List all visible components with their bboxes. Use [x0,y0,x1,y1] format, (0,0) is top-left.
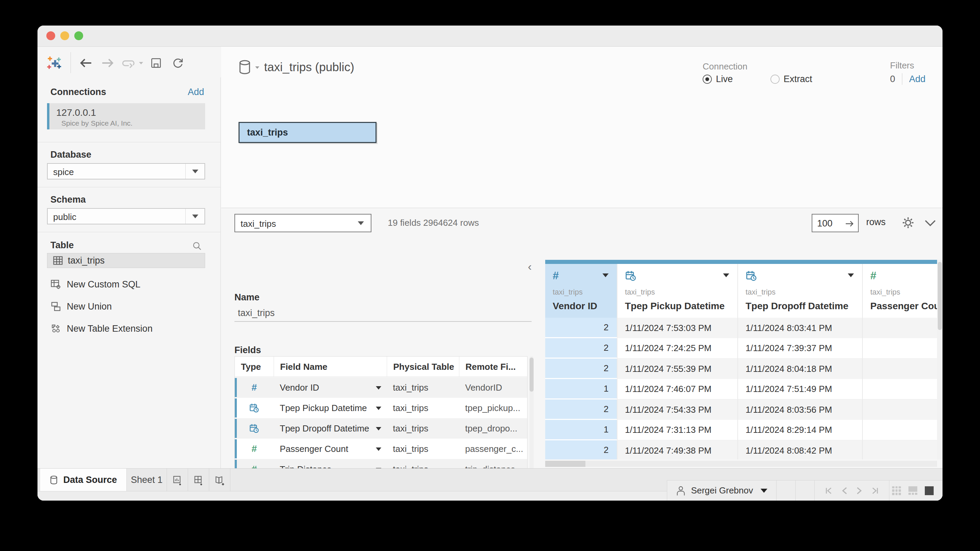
save-icon[interactable] [149,56,163,70]
window-titlebar [38,25,942,47]
next-page-icon[interactable] [856,487,862,495]
full-view-icon[interactable] [925,486,934,495]
status-segment [795,481,815,500]
prev-page-icon[interactable] [841,487,848,495]
grid-horizontal-scrollbar[interactable] [545,461,937,467]
canvas-table-node[interactable]: taxi_trips [239,122,377,143]
column-options-caret[interactable] [603,273,609,277]
table-extension-icon [51,323,61,334]
close-window-button[interactable] [46,31,55,40]
field-row[interactable]: #Passenger Counttaxi_tripspassenger_c... [235,438,527,459]
grid-cell: 1 [545,379,617,399]
datasource-name-value: taxi_trips [238,308,275,318]
field-remote-cell: passenger_c... [459,438,527,459]
redo-loop-icon[interactable] [122,56,135,70]
column-options-caret[interactable] [723,273,729,277]
column-accent-strip [617,260,738,264]
fields-rows-summary: 19 fields 2964624 rows [388,218,479,228]
new-union-button[interactable]: New Union [51,300,112,313]
grid-vertical-scrollbar[interactable] [937,260,942,459]
field-options-caret[interactable] [376,386,381,390]
split-view-icon[interactable] [908,486,917,495]
grid-column-header[interactable]: #taxi_tripsPassenger Count [863,264,937,318]
user-menu[interactable]: Sergei Grebnov [667,481,776,500]
grid-cell: 2 [545,318,617,338]
field-physical-table-cell: taxi_trips [387,438,459,459]
extract-radio[interactable] [770,75,780,84]
new-dashboard-icon [194,475,204,485]
row-count-input[interactable]: 100 [812,214,859,232]
grid-cell: 1/11/2024 7:24:25 PM [617,338,738,359]
new-table-extension-button[interactable]: New Table Extension [51,322,153,335]
first-page-icon[interactable] [825,487,832,495]
field-options-caret[interactable] [376,448,381,451]
column-options-caret[interactable] [848,273,854,277]
table-preview-select-value: taxi_trips [240,219,276,229]
new-custom-sql-button[interactable]: New Custom SQL [51,278,140,291]
connection-item[interactable]: 127.0.0.1 Spice by Spice AI, Inc. [47,103,205,129]
redo-dropdown-caret-icon[interactable] [137,56,145,70]
new-table-extension-label: New Table Extension [67,324,153,334]
live-radio[interactable] [703,75,712,84]
gear-icon[interactable] [901,216,915,230]
grid-cell [863,420,937,440]
tab-data-source[interactable]: Data Source [40,468,127,491]
add-filter-link[interactable]: Add [909,74,926,84]
field-row[interactable]: Tpep Pickup Datetimetaxi_tripstpep_picku… [235,398,527,418]
new-dashboard-button[interactable] [188,468,209,491]
canvas-table-node-label: taxi_trips [247,127,288,138]
schema-dropdown-arrow[interactable] [185,209,204,224]
scrollbar-thumb[interactable] [530,357,534,392]
datasource-name-input[interactable]: taxi_trips [234,305,531,322]
field-name-cell: Tpep Dropoff Datetime [274,418,387,438]
field-row[interactable]: #Vendor IDtaxi_tripsVendorID [235,377,527,398]
last-page-icon[interactable] [871,487,879,495]
table-search-icon[interactable] [192,241,202,251]
sidebar-item-taxi-trips-table[interactable]: taxi_trips [47,253,205,268]
zoom-window-button[interactable] [74,31,83,40]
column-accent-strip [738,260,863,264]
grid-column-header[interactable]: #taxi_tripsVendor ID [545,264,617,318]
collapse-preview-chevron-icon[interactable] [924,218,937,227]
new-worksheet-button[interactable] [167,468,188,491]
database-dropdown[interactable]: spice [47,163,205,179]
status-segment [776,481,795,500]
back-arrow-icon[interactable] [79,56,93,70]
grid-column: #taxi_tripsPassenger Count [863,260,937,459]
tableau-logo-icon[interactable]: ✚ ✚ ✚ ✚ ✚ [47,56,60,70]
grid-cell: 2 [545,338,617,359]
grid-column-header[interactable]: taxi_tripsTpep Pickup Datetime [617,264,738,318]
forward-arrow-icon[interactable] [101,56,115,70]
toolbar: ✚ ✚ ✚ ✚ ✚ [38,47,221,77]
field-row[interactable]: Tpep Dropoff Datetimetaxi_tripstpep_drop… [235,418,527,438]
new-story-button[interactable] [209,468,230,491]
field-physical-table-cell: taxi_trips [387,398,459,418]
field-options-caret[interactable] [376,427,381,430]
grid-column-header[interactable]: taxi_tripsTpep Dropoff Datetime [738,264,863,318]
tab-sheet1[interactable]: Sheet 1 [127,468,167,491]
grid-cell: 1/11/2024 7:55:39 PM [617,359,738,379]
fields-col-physical-table: Physical Table [387,357,459,377]
scrollbar-thumb[interactable] [545,461,585,467]
table-preview-select[interactable]: taxi_trips [234,214,371,232]
grid-cell: 1/11/2024 7:31:13 PM [617,420,738,440]
field-options-caret[interactable] [376,407,381,410]
collapse-metadata-chevron[interactable]: ‹ [528,260,531,273]
column-table-name: taxi_trips [870,288,900,297]
add-connection-link[interactable]: Add [188,87,204,97]
grid-view-icon[interactable] [892,486,901,495]
datasource-title-row: taxi_trips (public) Connection Live Extr… [221,47,942,77]
datasource-title: taxi_trips (public) [264,60,355,74]
refresh-icon[interactable] [171,56,185,70]
connection-accent-bar [47,103,49,129]
grid-cell: 1 [545,420,617,440]
fields-vertical-scrollbar[interactable] [530,356,534,470]
minimize-window-button[interactable] [60,31,69,40]
schema-dropdown[interactable]: public [47,208,205,224]
field-type-cell: # [235,377,274,398]
tab-sheet1-label: Sheet 1 [131,475,162,485]
scrollbar-thumb[interactable] [938,262,942,330]
apply-row-count-arrow-icon[interactable] [845,220,854,227]
datasource-database-icon[interactable] [238,60,260,75]
database-dropdown-arrow[interactable] [185,164,204,179]
